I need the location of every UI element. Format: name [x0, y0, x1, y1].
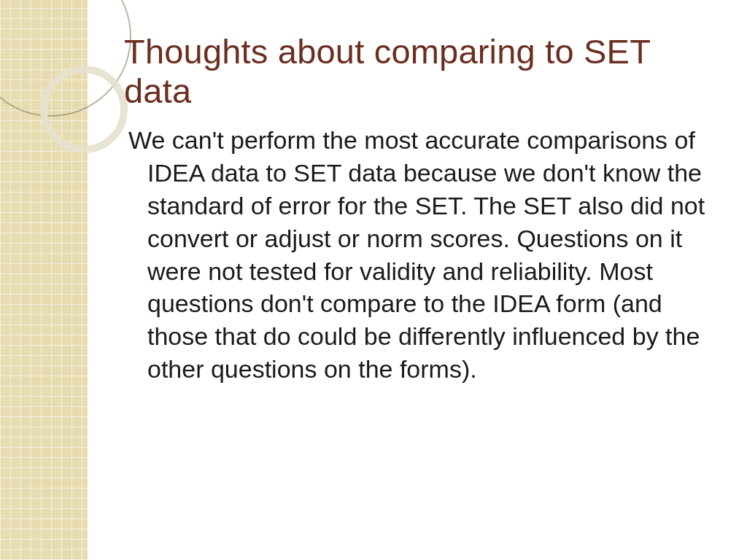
- slide: Thoughts about comparing to SET data We …: [0, 0, 747, 560]
- slide-body-text: We can't perform the most accurate compa…: [143, 124, 718, 386]
- decorative-circle-small: [40, 66, 128, 153]
- slide-content: Thoughts about comparing to SET data We …: [124, 32, 718, 386]
- slide-title: Thoughts about comparing to SET data: [124, 32, 718, 111]
